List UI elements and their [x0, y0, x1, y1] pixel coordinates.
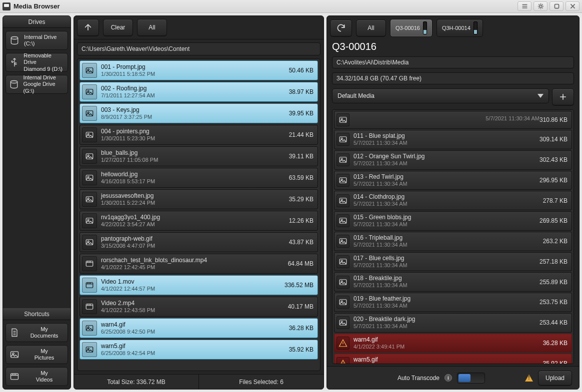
svg-rect-25	[86, 261, 93, 267]
file-row[interactable]: 017 - Blue cells.jpg 5/7/2021 11:30:34 A…	[334, 252, 572, 272]
add-folder-button[interactable]	[552, 88, 574, 105]
file-date: 5/7/2021 11:30:34 AM	[354, 303, 540, 310]
file-date: 4/1/2022 12:44:57 PM	[101, 286, 284, 293]
clear-button[interactable]: Clear	[103, 19, 133, 36]
file-row[interactable]: 019 - Blue feather.jpg 5/7/2021 11:30:34…	[334, 293, 572, 312]
folder-dropdown[interactable]: Default Media	[332, 88, 549, 103]
upload-button[interactable]: Upload	[538, 371, 572, 386]
file-size: 43.87 KB	[289, 239, 314, 246]
file-date: 6/25/2008 9:42:54 PM	[101, 350, 289, 357]
image-icon	[336, 255, 350, 268]
file-row[interactable]: 011 - Blue splat.jpg 5/7/2021 11:30:34 A…	[334, 130, 572, 149]
target-path-field[interactable]: C:\Avolites\Ai\Distrib\Media	[332, 56, 574, 68]
svg-point-3	[11, 81, 18, 83]
file-size: 38.97 KB	[289, 88, 314, 95]
shortcut-item[interactable]: MyDocuments	[6, 323, 68, 342]
drive-item[interactable]: Internal DriveGoogle Drive (G:\)	[6, 75, 68, 94]
image-icon	[336, 133, 350, 146]
image-icon	[82, 192, 97, 207]
file-size: 336.52 MB	[284, 282, 314, 289]
file-date: 3/15/2008 4:47:07 PM	[101, 243, 289, 250]
image-icon	[336, 296, 350, 309]
file-date: 5/7/2021 11:30:34 AM	[354, 181, 540, 188]
refresh-button[interactable]	[330, 19, 352, 36]
source-file-list[interactable]: 001 - Prompt.jpg 1/30/2011 5:18:52 PM 50…	[77, 58, 320, 371]
file-date: 1/30/2011 5:23:30 PM	[101, 135, 289, 142]
file-row[interactable]: blue_balls.jpg 1/27/2017 11:05:08 PM 39.…	[80, 146, 318, 166]
file-row[interactable]: rorschach_test_Ink_blots_dinosaur.mp4 4/…	[80, 254, 318, 274]
file-date: 4/1/2022 12:42:45 PM	[101, 264, 288, 271]
file-date: 5/7/2021 11:30:34 AM	[354, 140, 540, 147]
file-row[interactable]: 001 - Prompt.jpg 1/30/2011 5:18:52 PM 50…	[80, 60, 318, 80]
file-size: 255.89 KB	[540, 279, 568, 286]
file-row[interactable]: warn4.gif 4/1/2022 3:49:41 PM 36.28 KB	[334, 334, 572, 353]
file-row[interactable]: 004 - pointers.png 1/30/2011 5:23:30 PM …	[80, 125, 318, 145]
file-name: warn5.gif	[354, 356, 543, 364]
image-icon	[336, 174, 350, 187]
file-row[interactable]: jesussavesoften.jpg 1/30/2011 5:22:24 PM…	[80, 189, 318, 209]
file-row[interactable]: 003 - Keys.jpg 8/9/2017 3:37:25 PM 39.95…	[80, 103, 318, 123]
drive-item[interactable]: Removable DriveDiamond 9 (D:\)	[6, 53, 68, 72]
file-name: 014 - Clothdrop.jpg	[354, 193, 543, 201]
window-title: Media Browser	[14, 2, 60, 10]
file-size: 50.46 KB	[289, 67, 314, 74]
video-icon	[82, 278, 97, 293]
file-row[interactable]: warn4.gif 6/25/2008 9:42:50 PM 36.28 KB	[80, 318, 318, 338]
info-icon[interactable]: i	[444, 374, 452, 382]
file-row[interactable]: 014 - Clothdrop.jpg 5/7/2021 11:30:34 AM…	[334, 191, 572, 210]
target-tab[interactable]: Q3-00016	[390, 19, 432, 37]
file-row[interactable]: 002 - Roofing.jpg 7/1/2011 12:27:54 AM 3…	[80, 82, 318, 102]
hdd-icon	[9, 35, 20, 46]
file-row[interactable]: 018 - Breaktile.jpg 5/7/2021 11:30:34 AM…	[334, 272, 572, 292]
file-row[interactable]: 013 - Red Twirl.jpg 5/7/2021 11:30:34 AM…	[334, 171, 572, 190]
auto-transcode-toggle[interactable]	[457, 373, 485, 384]
file-row[interactable]: helloworld.jpg 4/16/2018 5:53:17 PM 63.5…	[80, 168, 318, 188]
file-date: 5/7/2021 11:30:34 AM	[354, 242, 543, 249]
drive-item[interactable]: Internal Drive(C:\)	[6, 31, 68, 50]
hamburger-icon[interactable]	[518, 1, 532, 11]
auto-transcode-label: Auto Transcode	[398, 375, 440, 382]
nav-up-button[interactable]	[77, 19, 99, 36]
file-date: 4/1/2022 3:49:41 PM	[354, 344, 543, 351]
drives-header: Drives	[3, 16, 70, 28]
file-size: 263.2 KB	[543, 238, 568, 245]
target-file-list[interactable]: 5/7/2021 11:30:34 AM 310.86 KB 011 - Blu…	[332, 109, 574, 364]
image-icon	[82, 342, 97, 357]
file-row[interactable]: 5/7/2021 11:30:34 AM 310.86 KB	[334, 111, 572, 129]
file-size: 35.29 KB	[289, 196, 314, 203]
svg-rect-27	[86, 304, 93, 310]
image-icon	[82, 106, 97, 121]
target-all-button[interactable]: All	[356, 19, 386, 36]
file-date: 5/7/2021 11:30:34 AM	[354, 282, 540, 289]
close-icon[interactable]	[566, 1, 580, 11]
target-title: Q3-00016	[327, 38, 579, 54]
file-row[interactable]: 012 - Orange Sun Twirl.jpg 5/7/2021 11:3…	[334, 150, 572, 170]
image-icon	[336, 276, 350, 289]
select-all-button[interactable]: All	[137, 19, 167, 36]
file-date: 7/1/2011 12:27:54 AM	[101, 92, 289, 99]
file-row[interactable]: 015 - Green blobs.jpg 5/7/2021 11:30:34 …	[334, 211, 572, 231]
target-tab[interactable]: Q3H-00014	[436, 19, 483, 37]
file-name: 004 - pointers.png	[101, 128, 289, 135]
maximize-icon[interactable]	[550, 1, 564, 11]
gear-icon[interactable]	[534, 1, 548, 11]
file-row[interactable]: warn5.gif 4/1/2022 3:49:41 PM 35.92 KB	[334, 354, 572, 364]
file-date: 8/9/2017 3:37:25 PM	[101, 114, 289, 121]
path-field[interactable]: C:\Users\Gareth.Weaver\Videos\Content	[77, 42, 320, 55]
usb-icon	[9, 57, 20, 68]
file-size: 253.44 KB	[540, 319, 568, 326]
shortcut-label: MyVideos	[24, 370, 64, 383]
file-row[interactable]: pantograph-web.gif 3/15/2008 4:47:07 PM …	[80, 232, 318, 252]
shortcut-item[interactable]: MyVideos	[6, 367, 68, 386]
file-row[interactable]: Video 1.mov 4/1/2022 12:44:57 PM 336.52 …	[80, 275, 318, 295]
file-row[interactable]: warn5.gif 6/25/2008 9:42:54 PM 35.92 KB	[80, 340, 318, 360]
file-row[interactable]: 016 - Tripleball.jpg 5/7/2021 11:30:34 A…	[334, 232, 572, 251]
shortcut-item[interactable]: MyPictures	[6, 345, 68, 364]
file-size: 269.85 KB	[540, 217, 568, 224]
svg-rect-26	[86, 283, 93, 288]
app-logo-icon	[2, 2, 10, 10]
file-row[interactable]: Video 2.mp4 4/1/2022 12:43:58 PM 40.17 M…	[80, 297, 318, 317]
file-row[interactable]: nv1qagg3yo1_400.jpg 4/22/2012 3:54:27 AM…	[80, 211, 318, 231]
shortcut-label: MyPictures	[24, 348, 64, 361]
file-row[interactable]: 020 - Breaktile dark.jpg 5/7/2021 11:30:…	[334, 313, 572, 333]
